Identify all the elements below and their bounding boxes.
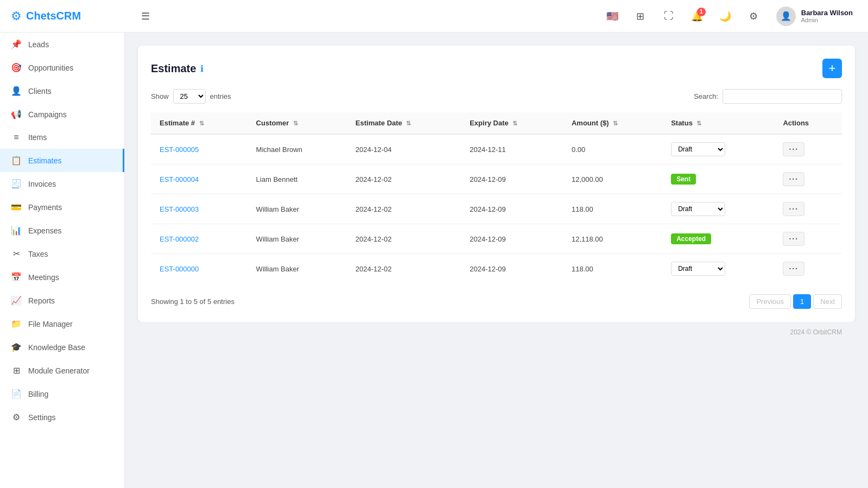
col-header-estimate_date[interactable]: Estimate Date ⇅ xyxy=(347,112,461,134)
search-label: Search: xyxy=(694,92,718,100)
estimate-link[interactable]: EST-000002 xyxy=(160,235,199,243)
sidebar-item-module_generator[interactable]: ⊞ Module Generator xyxy=(0,359,124,382)
file_manager-icon: 📁 xyxy=(11,319,22,329)
taxes-icon: ✂ xyxy=(11,249,22,259)
estimate-num-cell: EST-000003 xyxy=(151,194,248,224)
page-1-button[interactable]: 1 xyxy=(793,294,811,309)
flag-button[interactable]: 🇺🇸 xyxy=(603,7,622,26)
status-select[interactable]: Draft xyxy=(671,142,725,156)
sidebar-item-clients[interactable]: 👤 Clients xyxy=(0,79,124,103)
action-button[interactable]: ··· xyxy=(783,142,804,156)
settings-header-button[interactable]: ⚙ xyxy=(744,7,763,26)
sidebar-item-label: Billing xyxy=(28,390,48,398)
show-entries: Show 102550100 entries xyxy=(151,89,231,104)
amount-cell: 12,118.00 xyxy=(563,224,662,254)
sidebar-item-label: Opportunities xyxy=(28,64,73,72)
estimate-link[interactable]: EST-000000 xyxy=(160,265,199,273)
sidebar-item-label: Estimates xyxy=(28,156,61,165)
sidebar-item-items[interactable]: ≡ Items xyxy=(0,126,124,149)
sidebar-item-opportunities[interactable]: 🎯 Opportunities xyxy=(0,56,124,79)
sidebar-item-taxes[interactable]: ✂ Taxes xyxy=(0,242,124,265)
sort-icon: ⇅ xyxy=(613,120,618,126)
estimate-num-cell: EST-000002 xyxy=(151,224,248,254)
footer: 2024 © OrbitCRM xyxy=(138,322,855,343)
sidebar-item-reports[interactable]: 📈 Reports xyxy=(0,289,124,312)
show-label: Show xyxy=(151,92,169,100)
sidebar-item-estimates[interactable]: 📋 Estimates xyxy=(0,149,124,172)
sidebar-item-billing[interactable]: 📄 Billing xyxy=(0,382,124,405)
sidebar-item-knowledge_base[interactable]: 🎓 Knowledge Base xyxy=(0,335,124,359)
fullscreen-button[interactable]: ⛶ xyxy=(659,7,679,26)
sidebar-item-campaigns[interactable]: 📢 Campaigns xyxy=(0,103,124,126)
grid-button[interactable]: ⊞ xyxy=(631,7,650,26)
entries-select[interactable]: 102550100 xyxy=(173,89,206,104)
status-badge: Accepted xyxy=(671,233,711,244)
actions-cell: ··· xyxy=(774,224,842,254)
sidebar-item-leads[interactable]: 📌 Leads xyxy=(0,33,124,56)
logo-text-c: C xyxy=(26,10,34,22)
sort-icon: ⇅ xyxy=(293,120,298,126)
sidebar: 📌 Leads🎯 Opportunities👤 Clients📢 Campaig… xyxy=(0,33,125,488)
col-header-status[interactable]: Status ⇅ xyxy=(662,112,774,134)
estimate-num-cell: EST-000005 xyxy=(151,134,248,164)
next-button[interactable]: Next xyxy=(813,294,842,309)
module_generator-icon: ⊞ xyxy=(11,365,22,376)
pagination-row: Showing 1 to 5 of 5 entries Previous 1 N… xyxy=(151,294,842,309)
user-role: Admin xyxy=(801,17,853,23)
status-badge: Sent xyxy=(671,174,696,185)
sidebar-item-file_manager[interactable]: 📁 File Manager xyxy=(0,312,124,335)
page-header: Estimate ℹ + xyxy=(151,59,842,78)
logo-icon: ⚙ xyxy=(11,9,22,23)
sidebar-item-invoices[interactable]: 🧾 Invoices xyxy=(0,172,124,195)
search-input[interactable] xyxy=(723,89,842,104)
table-row: EST-000002William Baker2024-12-022024-12… xyxy=(151,224,842,254)
previous-button[interactable]: Previous xyxy=(749,294,791,309)
header: ⚙ ChetsCRM ☰ 🇺🇸 ⊞ ⛶ 🔔 1 🌙 ⚙ 👤 xyxy=(0,0,868,33)
hamburger-button[interactable]: ☰ xyxy=(141,10,150,22)
dark-mode-button[interactable]: 🌙 xyxy=(715,7,735,26)
action-button[interactable]: ··· xyxy=(783,172,804,186)
flag-icon: 🇺🇸 xyxy=(606,10,618,22)
estimate-link[interactable]: EST-000005 xyxy=(160,145,199,154)
user-info[interactable]: 👤 Barbara Wilson Admin xyxy=(772,4,857,28)
col-header-customer[interactable]: Customer ⇅ xyxy=(248,112,347,134)
status-select[interactable]: Draft xyxy=(671,262,725,276)
notification-button[interactable]: 🔔 1 xyxy=(687,7,707,26)
reports-icon: 📈 xyxy=(11,295,22,306)
col-header-estimate_num[interactable]: Estimate # ⇅ xyxy=(151,112,248,134)
estimate-num-cell: EST-000000 xyxy=(151,254,248,284)
status-cell: Sent xyxy=(662,164,774,194)
header-left: ⚙ ChetsCRM ☰ xyxy=(11,9,150,23)
estimates-card: Estimate ℹ + Show 102550100 entries Sear… xyxy=(138,46,855,322)
col-header-expiry_date[interactable]: Expiry Date ⇅ xyxy=(461,112,563,134)
status-cell[interactable]: Draft xyxy=(662,134,774,164)
estimate-date-cell: 2024-12-04 xyxy=(347,134,461,164)
customer-cell: Liam Bennett xyxy=(248,164,347,194)
estimate-num-cell: EST-000004 xyxy=(151,164,248,194)
estimate-date-cell: 2024-12-02 xyxy=(347,224,461,254)
customer-cell: William Baker xyxy=(248,254,347,284)
status-select[interactable]: Draft xyxy=(671,202,725,216)
sidebar-item-payments[interactable]: 💳 Payments xyxy=(0,195,124,219)
opportunities-icon: 🎯 xyxy=(11,62,22,73)
sidebar-item-expenses[interactable]: 📊 Expenses xyxy=(0,219,124,242)
estimate-link[interactable]: EST-000003 xyxy=(160,205,199,213)
col-header-actions[interactable]: Actions xyxy=(774,112,842,134)
info-icon[interactable]: ℹ xyxy=(200,64,204,74)
status-cell[interactable]: Draft xyxy=(662,194,774,224)
table-row: EST-000003William Baker2024-12-022024-12… xyxy=(151,194,842,224)
expiry-date-cell: 2024-12-09 xyxy=(461,194,563,224)
table-row: EST-000004Liam Bennett2024-12-022024-12-… xyxy=(151,164,842,194)
add-estimate-button[interactable]: + xyxy=(822,59,842,78)
actions-cell: ··· xyxy=(774,194,842,224)
sidebar-item-settings[interactable]: ⚙ Settings xyxy=(0,405,124,429)
estimate-link[interactable]: EST-000004 xyxy=(160,175,199,183)
action-button[interactable]: ··· xyxy=(783,232,804,246)
sidebar-item-meetings[interactable]: 📅 Meetings xyxy=(0,265,124,289)
action-button[interactable]: ··· xyxy=(783,202,804,216)
meetings-icon: 📅 xyxy=(11,272,22,282)
action-button[interactable]: ··· xyxy=(783,262,804,276)
status-cell[interactable]: Draft xyxy=(662,254,774,284)
col-header-amount[interactable]: Amount ($) ⇅ xyxy=(563,112,662,134)
estimate-date-cell: 2024-12-02 xyxy=(347,164,461,194)
